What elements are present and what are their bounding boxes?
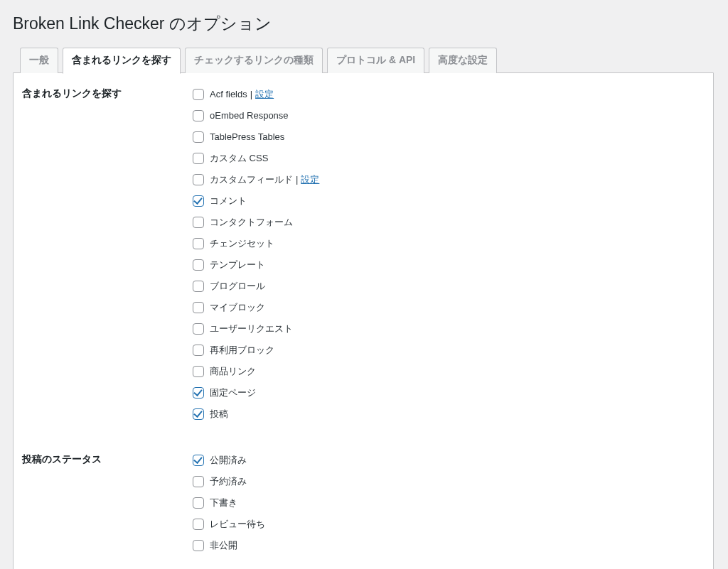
page-title: Broken Link Checker のオプション bbox=[13, 7, 714, 38]
checkbox-custom-css[interactable] bbox=[193, 153, 204, 164]
settings-link-acf[interactable]: 設定 bbox=[255, 88, 274, 101]
settings-panel: 含まれるリンクを探す Acf fields | 設定oEmbed Respons… bbox=[13, 72, 714, 569]
checkbox-label: 下書き bbox=[210, 497, 237, 509]
separator: | bbox=[296, 174, 298, 185]
checkbox-row-changeset[interactable]: チェンジセット bbox=[193, 233, 697, 254]
checkbox-label: 再利用ブロック bbox=[210, 344, 274, 357]
checkbox-label: コンタクトフォーム bbox=[210, 216, 293, 229]
checkbox-label: 予約済み bbox=[210, 475, 247, 488]
checkbox-label: レビュー待ち bbox=[210, 518, 265, 531]
checkbox-label: 投稿 bbox=[210, 408, 228, 421]
checkbox-row-custom-css[interactable]: カスタム CSS bbox=[193, 148, 697, 169]
checkbox-label: カスタム CSS bbox=[210, 152, 268, 165]
checkbox-row-draft[interactable]: 下書き bbox=[193, 492, 697, 514]
tab-which[interactable]: チェックするリンクの種類 bbox=[185, 48, 323, 73]
checkbox-oembed[interactable] bbox=[193, 110, 204, 121]
checkbox-row-product-link[interactable]: 商品リンク bbox=[193, 361, 697, 382]
tab-where[interactable]: 含まれるリンクを探す bbox=[63, 48, 181, 74]
checkbox-template[interactable] bbox=[193, 259, 204, 271]
checkbox-acf[interactable] bbox=[193, 89, 204, 100]
checkbox-label: TablePress Tables bbox=[210, 131, 284, 142]
checkbox-label: ブログロール bbox=[210, 280, 265, 293]
checkbox-label: 固定ページ bbox=[210, 386, 256, 399]
checkbox-row-my-block[interactable]: マイブロック bbox=[193, 297, 697, 318]
checkbox-product-link[interactable] bbox=[193, 366, 204, 377]
checkbox-changeset[interactable] bbox=[193, 238, 204, 249]
checkbox-row-tablepress[interactable]: TablePress Tables bbox=[193, 126, 697, 148]
checkbox-my-block[interactable] bbox=[193, 302, 204, 313]
checkbox-tablepress[interactable] bbox=[193, 131, 204, 143]
checkbox-contact-form[interactable] bbox=[193, 217, 204, 228]
tab-protocols[interactable]: プロトコル & API bbox=[327, 48, 424, 73]
checkbox-row-custom-field[interactable]: カスタムフィールド | 設定 bbox=[193, 169, 697, 190]
checkbox-label: コメント bbox=[210, 195, 247, 207]
checkbox-row-page[interactable]: 固定ページ bbox=[193, 382, 697, 403]
checkbox-row-user-request[interactable]: ユーザーリクエスト bbox=[193, 318, 697, 340]
checkbox-row-template[interactable]: テンプレート bbox=[193, 254, 697, 276]
checkbox-row-acf[interactable]: Acf fields | 設定 bbox=[193, 84, 697, 105]
checkbox-private[interactable] bbox=[193, 540, 204, 551]
checkbox-pending[interactable] bbox=[193, 519, 204, 530]
checkbox-custom-field[interactable] bbox=[193, 174, 204, 185]
checkbox-row-reusable[interactable]: 再利用ブロック bbox=[193, 340, 697, 361]
checkbox-label: ユーザーリクエスト bbox=[210, 323, 293, 335]
checkbox-label: 商品リンク bbox=[210, 365, 256, 378]
checkbox-label: テンプレート bbox=[210, 259, 265, 271]
section-heading-post-status: 投稿のステータス bbox=[22, 439, 193, 569]
checkbox-post[interactable] bbox=[193, 408, 204, 420]
checkbox-row-publish[interactable]: 公開済み bbox=[193, 450, 697, 471]
separator: | bbox=[250, 89, 252, 99]
settings-link-custom-field[interactable]: 設定 bbox=[301, 173, 319, 186]
checkbox-user-request[interactable] bbox=[193, 323, 204, 335]
checkbox-reusable[interactable] bbox=[193, 345, 204, 356]
checkbox-row-oembed[interactable]: oEmbed Response bbox=[193, 105, 697, 126]
section-heading-link-sources: 含まれるリンクを探す bbox=[22, 73, 193, 439]
checkbox-label: Acf fields bbox=[210, 89, 247, 99]
tab-general[interactable]: 一般 bbox=[20, 48, 58, 73]
checkbox-label: チェンジセット bbox=[210, 237, 274, 250]
settings-form-table: 含まれるリンクを探す Acf fields | 設定oEmbed Respons… bbox=[22, 73, 705, 569]
checkbox-label: oEmbed Response bbox=[210, 110, 289, 121]
checkbox-page[interactable] bbox=[193, 387, 204, 399]
post-status-list: 公開済み予約済み下書きレビュー待ち非公開 bbox=[193, 450, 697, 556]
checkbox-label: マイブロック bbox=[210, 301, 265, 314]
checkbox-comment[interactable] bbox=[193, 195, 204, 207]
checkbox-future[interactable] bbox=[193, 476, 204, 487]
checkbox-row-private[interactable]: 非公開 bbox=[193, 535, 697, 556]
checkbox-blogroll[interactable] bbox=[193, 281, 204, 292]
checkbox-draft[interactable] bbox=[193, 497, 204, 509]
checkbox-label: 非公開 bbox=[210, 539, 237, 552]
checkbox-row-pending[interactable]: レビュー待ち bbox=[193, 514, 697, 535]
checkbox-row-contact-form[interactable]: コンタクトフォーム bbox=[193, 212, 697, 233]
checkbox-row-post[interactable]: 投稿 bbox=[193, 403, 697, 425]
checkbox-label: 公開済み bbox=[210, 454, 247, 467]
checkbox-row-blogroll[interactable]: ブログロール bbox=[193, 276, 697, 297]
checkbox-row-comment[interactable]: コメント bbox=[193, 190, 697, 212]
link-sources-list: Acf fields | 設定oEmbed ResponseTablePress… bbox=[193, 84, 697, 425]
tab-bar: 一般含まれるリンクを探すチェックするリンクの種類プロトコル & API高度な設定 bbox=[13, 48, 714, 73]
checkbox-publish[interactable] bbox=[193, 455, 204, 466]
checkbox-label: カスタムフィールド bbox=[210, 173, 293, 186]
tab-advanced[interactable]: 高度な設定 bbox=[429, 48, 497, 73]
checkbox-row-future[interactable]: 予約済み bbox=[193, 471, 697, 492]
